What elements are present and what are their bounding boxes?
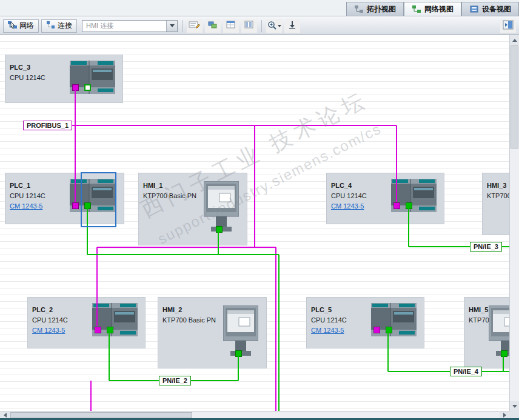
scroll-left-button[interactable] [0, 412, 10, 418]
device-name: PLC_2 [32, 306, 53, 313]
column-view-button[interactable] [241, 19, 257, 33]
connection-type-value: HMI 连接 [82, 21, 166, 30]
hmi-hardware-image[interactable] [489, 305, 509, 357]
ethernet-port[interactable] [235, 350, 242, 357]
device-model: CPU 1214C [10, 74, 45, 81]
horizontal-scroll-thumb[interactable] [10, 412, 192, 418]
device-hmi-2[interactable]: HMI_2 KTP700 Basic PN [158, 297, 267, 368]
arrow-right-icon [503, 413, 506, 418]
horizontal-scrollbar[interactable] [0, 411, 509, 418]
plc-hardware-image[interactable] [70, 61, 115, 94]
network-label-pnie-4[interactable]: PN/IE_4 [450, 367, 482, 376]
ethernet-port[interactable] [216, 226, 223, 233]
hmi-hardware-image[interactable] [204, 181, 239, 233]
connections-mode-label: 连接 [58, 21, 72, 31]
device-cm-link[interactable]: CM 1243-5 [311, 327, 344, 334]
ethernet-port[interactable] [107, 327, 113, 333]
tab-network-view[interactable]: 网络视图 [404, 2, 461, 16]
ethernet-port[interactable] [84, 84, 91, 91]
network-label-pnie-2[interactable]: PN/IE_2 [159, 376, 191, 385]
tab-label: 网络视图 [424, 4, 454, 15]
device-model: KTP700 Basic PN [162, 316, 216, 324]
ethernet-port[interactable] [501, 350, 507, 357]
ethernet-port[interactable] [386, 327, 392, 333]
hmi-image-graphic [489, 305, 509, 357]
connection-type-dropdown-button[interactable] [166, 21, 177, 32]
device-cm-link[interactable]: CM 1243-5 [10, 202, 42, 210]
device-name: PLC_4 [331, 182, 352, 189]
device-plc-2[interactable]: PLC_2 CPU 1214C CM 1243-5 [27, 297, 146, 348]
device-hmi-3[interactable]: HMI_3 KTP700 Basic PN [482, 173, 509, 235]
device-plc-5[interactable]: PLC_5 CPU 1214C CM 1243-5 [306, 297, 424, 348]
arrow-left-icon [4, 413, 7, 418]
device-plc-4[interactable]: PLC_4 CPU 1214C CM 1243-5 [326, 173, 444, 224]
zoom-icon [267, 21, 277, 32]
device-model: CPU 1214C [311, 316, 347, 324]
scrollbar-corner [509, 411, 519, 418]
forum-watermark: 西门子工业 技术论坛 support.industry.siemens.com/… [81, 56, 441, 276]
overview-panel-button[interactable] [500, 19, 516, 33]
tab-label: 拓扑视图 [367, 4, 396, 15]
toolbar-separator [261, 20, 262, 32]
device-name: PLC_5 [311, 306, 332, 313]
plc-hardware-image[interactable] [371, 303, 417, 336]
scroll-right-button[interactable] [500, 412, 509, 418]
arrow-down-icon [512, 405, 517, 408]
selection-rectangle [81, 172, 116, 227]
column-view-icon [244, 21, 254, 31]
network-label-pnie-3[interactable]: PN/IE_3 [470, 242, 502, 252]
device-hmi-5[interactable]: HMI_5 KTP700 Basic PN [464, 297, 509, 368]
network-view-icon [412, 5, 421, 13]
profibus-port[interactable] [393, 202, 400, 209]
plc-hardware-image[interactable] [391, 179, 437, 212]
tia-portal-network-view: 拓扑视图 网络视图 设备视图 网络 连接 [0, 0, 519, 420]
fit-view-icon [289, 21, 296, 31]
plc-hardware-image[interactable] [92, 303, 138, 336]
device-name: HMI_1 [143, 182, 162, 189]
network-mode-label: 网络 [19, 21, 34, 31]
profibus-port[interactable] [95, 327, 101, 333]
overview-panel-icon [503, 20, 514, 32]
device-name: PLC_3 [10, 64, 30, 71]
toolbar-separator [182, 20, 182, 32]
vertical-scrollbar[interactable] [509, 35, 519, 411]
scroll-up-button[interactable] [510, 35, 519, 45]
connections-mode-button[interactable]: 连接 [41, 19, 77, 33]
network-toolbar: 网络 连接 HMI 连接 [0, 17, 519, 35]
scroll-down-button[interactable] [510, 401, 519, 411]
device-name: HMI_3 [487, 182, 506, 189]
connection-type-select[interactable]: HMI 连接 [82, 20, 178, 32]
tab-device-view[interactable]: 设备视图 [461, 2, 519, 16]
grid-view-icon [226, 21, 236, 31]
profibus-port[interactable] [373, 327, 380, 333]
hmi-hardware-image[interactable] [223, 305, 258, 357]
tab-topology-view[interactable]: 拓扑视图 [346, 2, 404, 16]
fit-view-button[interactable] [284, 19, 300, 33]
name-tag-icon [189, 20, 201, 32]
topology-view-icon [354, 5, 364, 13]
tab-label: 设备视图 [482, 4, 511, 15]
device-cm-link[interactable]: CM 1243-5 [331, 202, 364, 210]
profibus-port[interactable] [72, 84, 79, 91]
device-cm-link[interactable]: CM 1243-5 [32, 327, 65, 334]
hmi-image-graphic [223, 305, 258, 357]
hmi-image-graphic [204, 181, 239, 233]
network-canvas[interactable]: PLC_3 CPU 1214C PLC_1 CPU 1214C CM 1243-… [0, 35, 509, 411]
ethernet-port[interactable] [406, 202, 412, 209]
device-model: CPU 1214C [331, 192, 367, 199]
chevron-down-icon [170, 24, 175, 27]
grid-view-button[interactable] [223, 19, 239, 33]
network-mode-button[interactable]: 网络 [3, 19, 39, 33]
vertical-scroll-thumb[interactable] [511, 45, 518, 148]
device-name: HMI_2 [162, 306, 182, 313]
profibus-port[interactable] [72, 202, 79, 209]
device-plc-3[interactable]: PLC_3 CPU 1214C [5, 55, 123, 103]
network-label-profibus-1[interactable]: PROFIBUS_1 [23, 121, 72, 130]
connections-mode-icon [46, 21, 55, 31]
address-labels-icon [208, 21, 218, 31]
device-hmi-1[interactable]: HMI_1 KTP700 Basic PN [138, 173, 247, 245]
arrow-up-icon [512, 39, 517, 42]
name-tag-button[interactable] [187, 19, 203, 33]
address-labels-button[interactable] [205, 19, 221, 33]
zoom-button[interactable] [266, 19, 282, 33]
